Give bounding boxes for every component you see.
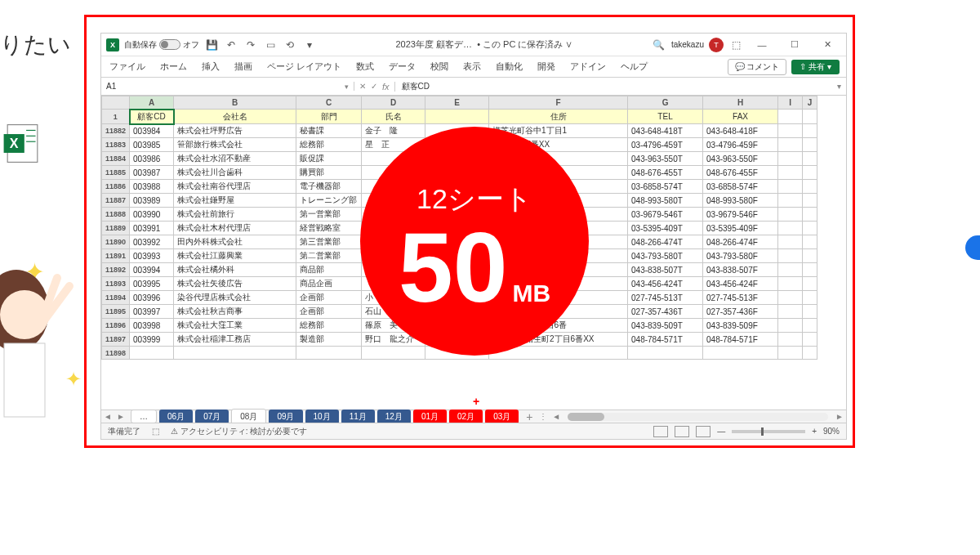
fill-handle-icon[interactable]: +: [473, 395, 479, 408]
data-cell[interactable]: 043-456-424F: [703, 277, 778, 291]
data-cell[interactable]: 第二営業部: [296, 249, 362, 263]
new-sheet-button[interactable]: +: [522, 410, 537, 423]
data-cell[interactable]: 003996: [130, 291, 174, 305]
data-cell[interactable]: 003991: [130, 222, 174, 235]
data-cell[interactable]: 03-6858-574F: [703, 180, 778, 194]
field-header-cell[interactable]: [425, 110, 489, 124]
column-header[interactable]: E: [425, 96, 489, 110]
data-cell[interactable]: 043-839-509T: [628, 319, 703, 333]
tab-draw[interactable]: 描画: [233, 57, 254, 76]
qat-icon[interactable]: ▭: [263, 38, 278, 52]
data-cell[interactable]: 03-9679-546F: [703, 208, 778, 222]
data-cell[interactable]: 株式会社矢後広告: [174, 277, 296, 291]
data-cell[interactable]: 企画部: [296, 291, 362, 305]
data-cell[interactable]: 043-648-418F: [703, 124, 778, 138]
data-cell[interactable]: 総務部: [296, 319, 362, 333]
hscroll-left-icon[interactable]: ◄: [550, 412, 563, 421]
sheet-tab[interactable]: 02月: [449, 410, 483, 424]
field-header-cell[interactable]: 会社名: [174, 110, 296, 124]
data-cell[interactable]: 染谷代理店株式会社: [174, 291, 296, 305]
side-bubble-icon[interactable]: [965, 235, 980, 260]
save-icon[interactable]: 💾: [204, 38, 219, 52]
field-header-cell[interactable]: 顧客CD: [130, 110, 174, 124]
data-cell[interactable]: 03-9679-546T: [628, 208, 703, 222]
formula-expand-icon[interactable]: ▾: [831, 82, 846, 91]
data-cell[interactable]: 03-6858-574T: [628, 180, 703, 194]
field-header-cell[interactable]: FAX: [703, 110, 778, 124]
data-cell[interactable]: 03-4796-459T: [628, 138, 703, 152]
row-header[interactable]: 11883: [102, 138, 130, 152]
data-cell[interactable]: 03-4796-459F: [703, 138, 778, 152]
cancel-formula-icon[interactable]: ✕: [359, 82, 366, 91]
autosave-toggle[interactable]: 自動保存 オフ: [124, 39, 199, 51]
data-cell[interactable]: [296, 347, 362, 360]
data-cell[interactable]: 株式会社坪野広告: [174, 124, 296, 138]
data-cell[interactable]: 秘書課: [296, 124, 362, 138]
row-header[interactable]: 11891: [102, 249, 130, 263]
data-cell[interactable]: 株式会社秋吉商事: [174, 305, 296, 319]
fx-icon[interactable]: fx: [382, 82, 390, 92]
data-cell[interactable]: 003986: [130, 152, 174, 166]
data-cell[interactable]: 笹部旅行株式会社: [174, 138, 296, 152]
data-cell[interactable]: 株式会社南谷代理店: [174, 180, 296, 194]
row-header[interactable]: 11890: [102, 235, 130, 249]
close-button[interactable]: ✕: [813, 37, 841, 53]
tab-pagelayout[interactable]: ページ レイアウト: [265, 57, 343, 76]
data-cell[interactable]: 購買部: [296, 166, 362, 180]
column-header[interactable]: C: [296, 96, 362, 110]
data-cell[interactable]: 043-839-509F: [703, 319, 778, 333]
data-cell[interactable]: 048-266-474F: [703, 235, 778, 249]
column-header[interactable]: J: [803, 96, 817, 110]
horizontal-scrollbar[interactable]: [568, 413, 828, 421]
sheet-tab[interactable]: 03月: [485, 410, 519, 424]
data-cell[interactable]: 003993: [130, 249, 174, 263]
data-cell[interactable]: 048-993-580F: [703, 194, 778, 208]
column-header[interactable]: F: [489, 96, 628, 110]
data-cell[interactable]: 048-676-455T: [628, 166, 703, 180]
tab-addins[interactable]: アドイン: [568, 57, 608, 76]
data-cell[interactable]: 03-5395-409T: [628, 222, 703, 235]
minimize-button[interactable]: —: [748, 37, 776, 53]
view-normal-icon[interactable]: [653, 426, 668, 437]
hscroll-right-icon[interactable]: ►: [833, 412, 846, 421]
tab-formulas[interactable]: 数式: [354, 57, 376, 76]
share-button[interactable]: ⇧ 共有 ▾: [791, 60, 840, 74]
data-cell[interactable]: 株式会社大窪工業: [174, 319, 296, 333]
data-cell[interactable]: 027-745-513T: [628, 291, 703, 305]
qat-overflow-icon[interactable]: ▾: [302, 38, 317, 52]
column-header[interactable]: B: [174, 96, 296, 110]
data-cell[interactable]: 経営戦略室: [296, 222, 362, 235]
column-header[interactable]: I: [778, 96, 803, 110]
zoom-in-icon[interactable]: +: [812, 427, 817, 436]
data-cell[interactable]: 027-745-513F: [703, 291, 778, 305]
data-cell[interactable]: 003985: [130, 138, 174, 152]
sheet-tab[interactable]: 06月: [159, 410, 193, 424]
data-cell[interactable]: 043-963-550F: [703, 152, 778, 166]
data-cell[interactable]: 販促課: [296, 152, 362, 166]
qat-icon-2[interactable]: ⟲: [283, 38, 297, 52]
data-cell[interactable]: 003999: [130, 333, 174, 347]
data-cell[interactable]: 株式会社木村代理店: [174, 222, 296, 235]
field-header-cell[interactable]: 部門: [296, 110, 362, 124]
field-header-cell[interactable]: 住所: [489, 110, 628, 124]
row-header[interactable]: 11893: [102, 277, 130, 291]
tab-scroll-left-icon[interactable]: ◄: [101, 412, 114, 421]
row-header[interactable]: 11886: [102, 180, 130, 194]
data-cell[interactable]: 003997: [130, 305, 174, 319]
row-header[interactable]: 1: [102, 110, 130, 124]
data-cell[interactable]: [703, 347, 778, 360]
row-header[interactable]: 11888: [102, 208, 130, 222]
ribbon-mode-icon[interactable]: ⬚: [728, 38, 743, 52]
data-cell[interactable]: 003990: [130, 208, 174, 222]
field-header-cell[interactable]: 氏名: [362, 110, 425, 124]
data-cell[interactable]: 003984: [130, 124, 174, 138]
data-cell[interactable]: 048-784-571F: [703, 333, 778, 347]
sheet-tab[interactable]: 07月: [195, 410, 229, 424]
search-icon[interactable]: 🔍: [652, 38, 666, 52]
data-cell[interactable]: 商品部: [296, 263, 362, 277]
tab-automate[interactable]: 自動化: [494, 57, 524, 76]
data-cell[interactable]: [130, 347, 174, 360]
data-cell[interactable]: 048-784-571T: [628, 333, 703, 347]
view-pagelayout-icon[interactable]: [675, 426, 689, 437]
data-cell[interactable]: [174, 347, 296, 360]
